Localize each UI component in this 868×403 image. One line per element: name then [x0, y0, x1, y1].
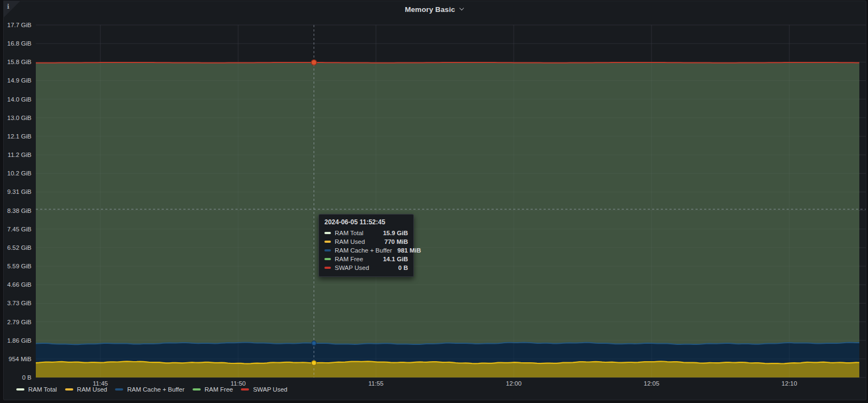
chart-canvas[interactable]: 0 B954 MiB1.86 GiB2.79 GiB3.73 GiB4.66 G… — [0, 0, 868, 403]
tooltip-series-label: SWAP Used — [335, 265, 393, 271]
y-axis-label: 11.2 GiB — [8, 152, 31, 158]
tooltip-timestamp: 2024-06-05 11:52:45 — [324, 218, 408, 226]
legend-item[interactable]: RAM Used — [65, 386, 107, 393]
legend-item[interactable]: RAM Total — [16, 386, 57, 393]
y-axis-label: 6.52 GiB — [7, 244, 31, 251]
y-axis-label: 14.0 GiB — [7, 96, 31, 103]
grafana-panel-memory-basic: i Memory Basic 0 B954 MiB1.86 GiB2.79 Gi… — [0, 0, 868, 403]
point-ram-cache-buffer — [312, 341, 316, 345]
tooltip-series-label: RAM Cache + Buffer — [335, 247, 392, 254]
legend-label: RAM Used — [77, 386, 107, 393]
y-axis-label: 13.0 GiB — [7, 115, 31, 121]
y-axis-label: 8.38 GiB — [7, 207, 31, 214]
y-axis-label: 5.59 GiB — [7, 263, 31, 269]
area-ram-free — [36, 62, 859, 344]
y-axis-label: 17.7 GiB — [7, 22, 31, 28]
legend-label: RAM Total — [28, 386, 57, 393]
tooltip-row: RAM Total15.9 GiB — [324, 229, 408, 237]
point-swap-used — [311, 60, 317, 65]
y-axis-label: 2.79 GiB — [7, 319, 31, 325]
area-ram-used — [36, 361, 859, 377]
tooltip-series-value: 770 MiB — [385, 238, 408, 245]
x-axis-label: 12:00 — [506, 380, 522, 387]
series-color-swatch-icon — [324, 249, 331, 251]
tooltip-series-label: RAM Used — [335, 238, 379, 245]
legend-item[interactable]: RAM Free — [193, 386, 233, 393]
series-color-swatch-icon — [193, 388, 201, 391]
tooltip-row: SWAP Used0 B — [324, 263, 408, 272]
tooltip-series-label: RAM Total — [335, 230, 378, 236]
legend-item[interactable]: RAM Cache + Buffer — [115, 386, 184, 393]
legend-label: SWAP Used — [253, 386, 287, 393]
legend-item[interactable]: SWAP Used — [241, 386, 287, 393]
x-axis-label: 12:05 — [644, 380, 660, 387]
chart-legend: RAM TotalRAM UsedRAM Cache + BufferRAM F… — [16, 386, 288, 393]
legend-label: RAM Cache + Buffer — [127, 386, 184, 393]
tooltip-series-value: 0 B — [398, 265, 408, 271]
series-color-swatch-icon — [16, 388, 24, 391]
tooltip-rows: RAM Total15.9 GiBRAM Used770 MiBRAM Cach… — [324, 229, 408, 272]
y-axis-label: 7.45 GiB — [7, 226, 31, 232]
tooltip-row: RAM Cache + Buffer981 MiB — [324, 246, 408, 255]
tooltip-series-label: RAM Free — [335, 256, 378, 262]
series-color-swatch-icon — [324, 232, 331, 234]
series-color-swatch-icon — [324, 241, 331, 243]
tooltip-row: RAM Used770 MiB — [324, 237, 408, 246]
series-color-swatch-icon — [241, 388, 249, 391]
y-axis-label: 16.8 GiB — [7, 40, 31, 47]
y-axis-label: 9.31 GiB — [7, 188, 31, 195]
series-color-swatch-icon — [324, 267, 331, 269]
tooltip-series-value: 981 MiB — [398, 247, 421, 254]
series-color-swatch-icon — [324, 258, 331, 260]
chart-tooltip: 2024-06-05 11:52:45 RAM Total15.9 GiBRAM… — [318, 214, 414, 277]
series-color-swatch-icon — [115, 388, 123, 391]
y-axis-label: 954 MiB — [9, 356, 32, 362]
y-axis-label: 10.2 GiB — [7, 170, 31, 177]
line-swap-used — [36, 62, 859, 63]
y-axis-label: 0 B — [22, 374, 32, 381]
y-axis-label: 1.86 GiB — [7, 337, 31, 344]
y-axis-label: 4.66 GiB — [7, 281, 31, 288]
tooltip-row: RAM Free14.1 GiB — [324, 255, 408, 263]
x-axis-label: 11:55 — [368, 380, 384, 387]
point-ram-used — [311, 361, 316, 366]
y-axis-label: 12.1 GiB — [7, 133, 31, 140]
y-axis-label: 15.8 GiB — [7, 59, 31, 65]
y-axis-label: 14.9 GiB — [7, 77, 31, 84]
area-ram-cache-buffer — [36, 342, 859, 363]
tooltip-series-value: 15.9 GiB — [383, 230, 408, 236]
series-color-swatch-icon — [65, 388, 73, 391]
tooltip-series-value: 14.1 GiB — [383, 256, 408, 262]
legend-label: RAM Free — [205, 386, 233, 393]
x-axis-label: 12:10 — [782, 380, 797, 387]
y-axis-label: 3.73 GiB — [7, 300, 31, 306]
